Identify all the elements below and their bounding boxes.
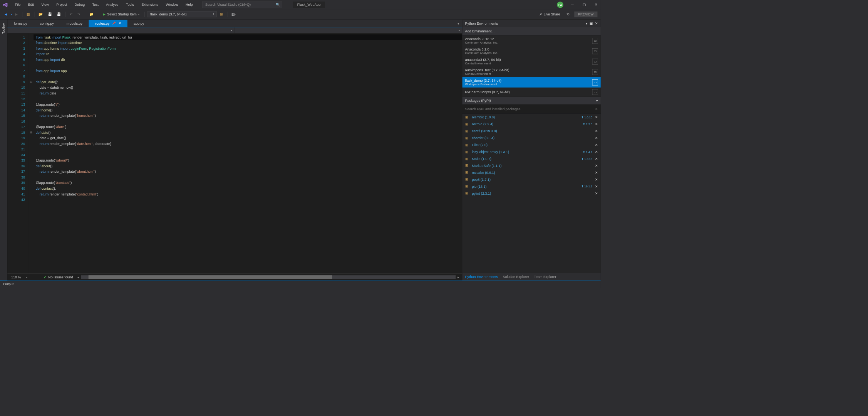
- clear-search-icon[interactable]: ✕: [595, 107, 598, 111]
- panel-pin-icon[interactable]: ▣: [590, 21, 593, 25]
- minimize-button[interactable]: ─: [570, 2, 575, 7]
- package-remove-icon[interactable]: ✕: [595, 157, 598, 161]
- module-icon[interactable]: ⊞: [218, 11, 224, 17]
- env-console-icon[interactable]: ▭: [592, 48, 598, 54]
- menu-view[interactable]: View: [38, 1, 52, 8]
- package-update[interactable]: ⬆ 19.1.1: [581, 185, 593, 188]
- feedback-icon[interactable]: ⟲: [565, 11, 571, 17]
- package-row[interactable]: ⊞pylint (2.3.1)✕: [462, 190, 601, 197]
- panel-tab[interactable]: Team Explorer: [534, 275, 556, 278]
- zoom-level[interactable]: 110 %: [11, 275, 21, 279]
- package-update[interactable]: ⬆ 2.2.5: [583, 122, 592, 126]
- editor-tab[interactable]: models.py: [60, 20, 89, 27]
- package-search[interactable]: ✕: [462, 104, 601, 114]
- package-remove-icon[interactable]: ✕: [595, 143, 598, 147]
- editor-tab[interactable]: config.py: [34, 20, 60, 27]
- editor-tab[interactable]: app.py: [127, 20, 151, 27]
- code-editor[interactable]: 1234567891011121314151617181920213435363…: [7, 34, 462, 274]
- environment-item[interactable]: PyCharm Scripts (3.7, 64-bit)▭: [462, 88, 601, 97]
- maximize-button[interactable]: ▢: [581, 2, 587, 7]
- env-console-icon[interactable]: ▭: [592, 69, 598, 75]
- open-icon[interactable]: 📂: [37, 11, 44, 17]
- package-remove-icon[interactable]: ✕: [595, 122, 598, 126]
- python-env-dropdown[interactable]: flask_demo (3.7, 64-bit) ▾: [147, 11, 216, 17]
- package-update[interactable]: ⬆ 1.0.10: [581, 157, 593, 160]
- package-remove-icon[interactable]: ✕: [595, 185, 598, 189]
- close-button[interactable]: ✕: [593, 2, 598, 7]
- add-environment-button[interactable]: Add Environment...: [462, 27, 601, 35]
- package-row[interactable]: ⊞astroid (2.2.4)⬆ 2.2.5✕: [462, 121, 601, 128]
- package-update[interactable]: ⬆ 1.0.10: [581, 115, 593, 119]
- undo-icon[interactable]: ↶: [68, 11, 74, 17]
- env-console-icon[interactable]: ▭: [592, 38, 598, 44]
- toolbox-tab[interactable]: Toolbox: [0, 20, 7, 281]
- package-row[interactable]: ⊞mccabe (0.6.1)✕: [462, 169, 601, 176]
- menu-debug[interactable]: Debug: [71, 1, 88, 8]
- save-icon[interactable]: 💾: [46, 11, 54, 17]
- env-console-icon[interactable]: ▭: [592, 79, 598, 85]
- search-input[interactable]: Search Visual Studio (Ctrl+Q) 🔍: [202, 1, 282, 8]
- package-row[interactable]: ⊞lazy-object-proxy (1.3.1)⬆ 1.4.1✕: [462, 148, 601, 155]
- package-search-input[interactable]: [465, 107, 595, 111]
- package-remove-icon[interactable]: ✕: [595, 115, 598, 119]
- line-number-gutter: 1234567891011121314151617181920213435363…: [7, 34, 28, 274]
- package-row[interactable]: ⊞pip (18.1)⬆ 19.1.1✕: [462, 183, 601, 190]
- menu-file[interactable]: File: [12, 1, 23, 8]
- packages-dropdown[interactable]: Packages (PyPI) ▾: [462, 97, 601, 105]
- code-content[interactable]: from flask import Flask, render_template…: [34, 34, 462, 274]
- editor-tab[interactable]: routes.py📌✕: [89, 20, 127, 27]
- output-tab[interactable]: Output: [3, 282, 13, 286]
- menu-tools[interactable]: Tools: [122, 1, 137, 8]
- environment-item[interactable]: autoimports_test (3.7, 64-bit)Conda Envi…: [462, 67, 601, 77]
- package-remove-icon[interactable]: ✕: [595, 129, 598, 133]
- startup-item-dropdown[interactable]: ▶ Select Startup Item ▾: [101, 12, 142, 17]
- save-all-icon[interactable]: 💾: [55, 11, 62, 17]
- package-remove-icon[interactable]: ✕: [595, 150, 598, 154]
- package-update[interactable]: ⬆ 1.4.1: [583, 150, 592, 153]
- user-avatar[interactable]: TW: [557, 2, 563, 8]
- editor-tab[interactable]: forms.py: [7, 20, 34, 27]
- menu-window[interactable]: Window: [163, 1, 181, 8]
- menu-project[interactable]: Project: [53, 1, 70, 8]
- live-share-button[interactable]: ↗ Live Share: [538, 11, 562, 17]
- menu-edit[interactable]: Edit: [25, 1, 37, 8]
- package-row[interactable]: ⊞Click (7.0)✕: [462, 141, 601, 148]
- environment-item[interactable]: flask_demo (3.7, 64-bit)Workspace Enviro…: [462, 77, 601, 88]
- package-row[interactable]: ⊞certifi (2019.3.9)✕: [462, 128, 601, 135]
- redo-icon[interactable]: ↷: [76, 11, 82, 17]
- pin-icon[interactable]: 📌: [112, 22, 116, 25]
- menu-help[interactable]: Help: [183, 1, 196, 8]
- package-row[interactable]: ⊞pep8 (1.7.1)✕: [462, 176, 601, 183]
- package-remove-icon[interactable]: ✕: [595, 136, 598, 140]
- menu-test[interactable]: Test: [89, 1, 102, 8]
- new-item-icon[interactable]: ▦: [25, 11, 32, 17]
- package-row[interactable]: ⊞chardet (3.0.4)✕: [462, 135, 601, 141]
- folder-icon[interactable]: 📁: [88, 11, 95, 17]
- layout-icon[interactable]: ▥ ▾: [230, 11, 237, 17]
- tab-overflow-icon[interactable]: ▾: [455, 20, 462, 27]
- package-remove-icon[interactable]: ✕: [595, 171, 598, 175]
- package-row[interactable]: ⊞alembic (1.0.8)⬆ 1.0.10✕: [462, 114, 601, 121]
- panel-close-icon[interactable]: ✕: [595, 21, 598, 25]
- close-tab-icon[interactable]: ✕: [119, 22, 121, 25]
- menu-extensions[interactable]: Extensions: [138, 1, 162, 8]
- nav-fwd-button[interactable]: ▶: [13, 11, 19, 17]
- package-remove-icon[interactable]: ✕: [595, 192, 598, 195]
- package-remove-icon[interactable]: ✕: [595, 164, 598, 168]
- env-console-icon[interactable]: ▭: [592, 59, 598, 64]
- horizontal-scrollbar[interactable]: ◂▸: [81, 275, 456, 279]
- package-row[interactable]: ⊞MarkupSafe (1.1.1)✕: [462, 162, 601, 169]
- environment-item[interactable]: Anaconda 2018.12Continuum Analytics, Inc…: [462, 35, 601, 46]
- breadcrumb-right[interactable]: ▾: [235, 27, 462, 33]
- breadcrumb-left[interactable]: ▾: [7, 27, 235, 33]
- package-row[interactable]: ⊞Mako (1.0.7)⬆ 1.0.10✕: [462, 155, 601, 162]
- nav-back-button[interactable]: ◀: [3, 11, 9, 17]
- panel-tab[interactable]: Solution Explorer: [503, 275, 530, 278]
- environment-item[interactable]: Anaconda 5.2.0Continuum Analytics, Inc.▭: [462, 46, 601, 56]
- env-console-icon[interactable]: ▭: [592, 89, 598, 95]
- environment-item[interactable]: anaconda3 (3.7, 64-bit)Conda Environment…: [462, 56, 601, 67]
- panel-tab[interactable]: Python Environments: [465, 275, 498, 278]
- package-remove-icon[interactable]: ✕: [595, 178, 598, 182]
- panel-dropdown-icon[interactable]: ▾: [586, 21, 588, 25]
- menu-analyze[interactable]: Analyze: [103, 1, 122, 8]
